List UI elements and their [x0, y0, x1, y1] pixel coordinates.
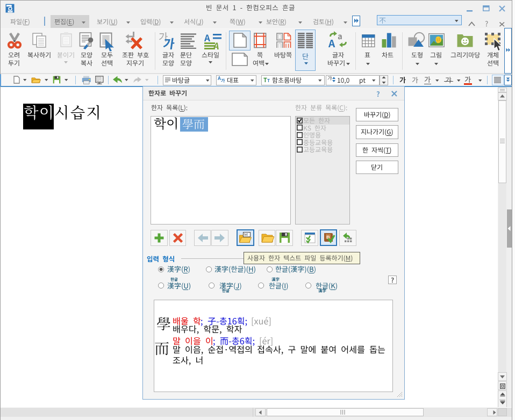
svg-text:txt: txt	[244, 233, 248, 236]
